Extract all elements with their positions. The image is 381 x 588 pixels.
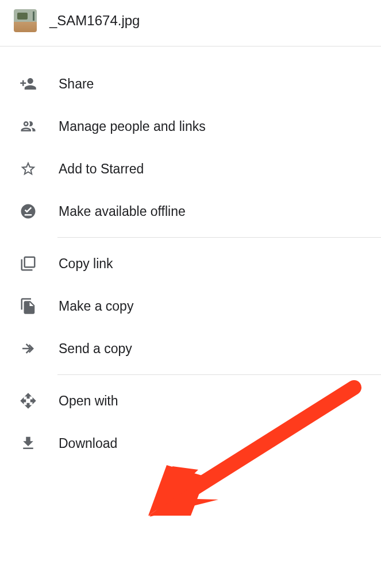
file-copy-icon [20,297,37,315]
svg-marker-3 [148,465,206,516]
download-icon [20,435,37,452]
open-with-label: Open with [59,393,118,409]
copy-link-label: Copy link [59,256,113,272]
download-item[interactable]: Download [0,422,381,465]
available-offline-label: Make available offline [59,204,186,219]
offline-pin-icon [20,203,37,220]
star-outline-icon [20,160,37,177]
menu-divider [57,374,381,375]
copy-link-item[interactable]: Copy link [0,242,381,285]
context-menu: Share Manage people and links Add to Sta… [0,47,381,465]
manage-people-label: Manage people and links [59,119,206,134]
share-label: Share [59,76,94,92]
menu-divider [57,237,381,238]
make-copy-label: Make a copy [59,299,133,314]
open-with-icon [20,392,37,409]
share-item[interactable]: Share [0,63,381,105]
send-icon [20,340,37,357]
person-add-icon [20,75,37,92]
file-name: _SAM1674.jpg [49,13,140,29]
file-thumbnail [14,9,37,32]
add-to-starred-label: Add to Starred [59,161,144,177]
file-header: _SAM1674.jpg [0,0,381,47]
svg-marker-2 [148,477,206,516]
open-with-item[interactable]: Open with [0,380,381,422]
manage-people-item[interactable]: Manage people and links [0,105,381,148]
make-copy-item[interactable]: Make a copy [0,285,381,327]
send-copy-label: Send a copy [59,341,132,357]
copy-link-icon [20,255,37,272]
available-offline-item[interactable]: Make available offline [0,190,381,233]
people-icon [20,118,37,135]
add-to-starred-item[interactable]: Add to Starred [0,148,381,190]
download-label: Download [59,436,117,451]
send-copy-item[interactable]: Send a copy [0,327,381,370]
svg-marker-1 [149,466,218,517]
